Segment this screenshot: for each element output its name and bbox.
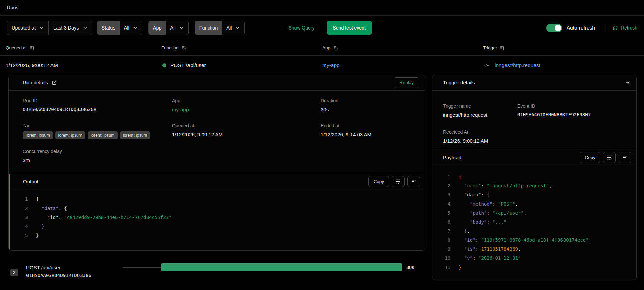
function-name: POST /api/user [170, 62, 206, 68]
code-token [36, 206, 42, 211]
line-number: 5 [432, 210, 459, 216]
copy-button[interactable]: Copy [580, 152, 600, 163]
code-token: "id" [464, 237, 476, 243]
app-value-link[interactable]: my-app [172, 107, 189, 112]
output-code[interactable]: 1{2 "data": {3 "id": "c8429dd9-29b8-44e6… [10, 189, 425, 240]
output-section: Output Copy 1{2 "data": {3 "id": "c8429d… [9, 174, 425, 250]
code-token: : [487, 210, 492, 216]
code-token: } [42, 224, 44, 229]
code-token: , [518, 246, 521, 252]
queued-at-value: 1/12/2026, 9:00:12 AM [6, 62, 58, 68]
code-token [459, 201, 470, 207]
line-number: 1 [10, 196, 36, 202]
code-token [459, 246, 464, 252]
line-number: 3 [10, 215, 36, 220]
code-line: 5 "path": "/api/user", [432, 208, 636, 217]
output-actions: Copy [368, 176, 420, 187]
chevron-down-icon [179, 26, 184, 29]
payload-code[interactable]: 1{2 "name": "inngest/http.request",3 "da… [432, 165, 636, 272]
code-token: , [524, 210, 526, 216]
app-link[interactable]: my-app [322, 62, 340, 68]
trigger-link[interactable]: inngest/http.request [495, 62, 540, 68]
app-filter-dropdown[interactable]: All [166, 21, 188, 35]
code-token: "inngest/http.request" [487, 183, 549, 188]
duration-label: Duration [321, 98, 338, 103]
code-token: { [64, 206, 67, 211]
code-token: , [589, 237, 591, 243]
show-query-link[interactable]: Show Query [288, 25, 314, 31]
column-header-app[interactable]: App [322, 40, 338, 55]
code-token: , [467, 228, 470, 234]
output-header: Output Copy [10, 174, 425, 189]
sort-icon [333, 45, 338, 51]
code-line: 7 }, [432, 226, 636, 235]
code-token: } [464, 228, 467, 234]
field-trigger-name: Trigger name inngest/http.request [443, 103, 487, 118]
code-token: : [58, 215, 64, 220]
app-label: App [172, 98, 189, 103]
refresh-icon [613, 25, 618, 31]
concurrency-delay-value: 3m [23, 157, 62, 163]
code-line: 9 "ts": 1711051784369, [432, 244, 636, 253]
tag-chip: lorem: ipsum [55, 131, 86, 139]
refresh-button[interactable]: Refresh [613, 25, 637, 31]
status-filter-value: All [124, 25, 129, 31]
code-token: "POST" [498, 201, 515, 207]
column-header-queued-at[interactable]: Queued at [6, 40, 35, 55]
auto-refresh-toggle[interactable] [546, 24, 562, 32]
payload-actions: Copy [580, 152, 631, 163]
code-line: 3 "data": { [432, 190, 636, 199]
sort-field-value: Updated at [12, 25, 36, 31]
time-range-dropdown[interactable]: Last 3 Days [48, 21, 92, 35]
timeline-function-name: POST /api/user [26, 265, 60, 270]
line-number: 8 [432, 237, 459, 243]
step-count-badge[interactable]: 3 [10, 269, 18, 276]
wrap-text-button[interactable] [603, 152, 616, 163]
wrap-text-button[interactable] [392, 176, 405, 187]
column-header-function[interactable]: Function [161, 40, 187, 55]
align-left-icon [411, 180, 416, 184]
code-token: , [515, 201, 518, 207]
output-title: Output [23, 179, 38, 184]
timeline-duration-bar[interactable] [161, 263, 402, 271]
function-filter-dropdown[interactable]: All [222, 21, 244, 35]
app-filter: App All [148, 21, 189, 35]
column-header-trigger[interactable]: Trigger [483, 40, 505, 55]
code-line: 2 "name": "inngest/http.request", [432, 181, 636, 190]
run-table-row[interactable]: 1/12/2026, 9:00:12 AM POST /api/user my-… [0, 56, 644, 75]
sort-field-dropdown[interactable]: Updated at [7, 21, 48, 35]
code-token: "name" [464, 183, 481, 188]
code-line: 11} [432, 263, 636, 272]
code-token [459, 192, 464, 197]
code-token [459, 210, 470, 216]
code-token: { [36, 196, 39, 202]
align-left-button[interactable] [619, 152, 631, 163]
cell-app: my-app [322, 56, 340, 75]
code-line: 6 "body": "..." [432, 217, 636, 226]
code-token: "v" [464, 255, 473, 261]
cell-function: POST /api/user [162, 56, 206, 75]
field-run-id: Run ID 01HS0AA03V04D91RTDQ3J862GV [23, 98, 96, 112]
external-link-icon[interactable] [52, 80, 57, 85]
code-token: { [459, 174, 461, 179]
status-filter: Status All [97, 21, 142, 35]
code-line: 3 "id": "c8429dd9-29b8-44e6-b714-767d34c… [10, 213, 425, 222]
send-test-event-button[interactable]: Send test event [327, 21, 372, 35]
code-token: , [549, 183, 552, 188]
status-filter-dropdown[interactable]: All [120, 21, 142, 35]
line-number: 5 [10, 233, 36, 238]
align-left-button[interactable] [407, 176, 420, 187]
app-filter-label: App [149, 21, 166, 35]
code-token [36, 224, 42, 229]
cell-trigger: inngest/http.request [484, 56, 540, 75]
line-number: 3 [432, 192, 459, 197]
tag-chip: lorem: ipsum [120, 131, 150, 139]
code-token: } [36, 233, 39, 238]
copy-button[interactable]: Copy [368, 176, 389, 187]
replay-button[interactable]: Replay [394, 77, 419, 88]
auto-refresh-label: Auto-refresh [567, 25, 595, 31]
collapse-right-icon[interactable] [625, 80, 631, 85]
code-line: 4 } [10, 222, 425, 231]
refresh-cluster: Auto-refresh Refresh [546, 22, 637, 34]
code-token: } [459, 265, 461, 270]
